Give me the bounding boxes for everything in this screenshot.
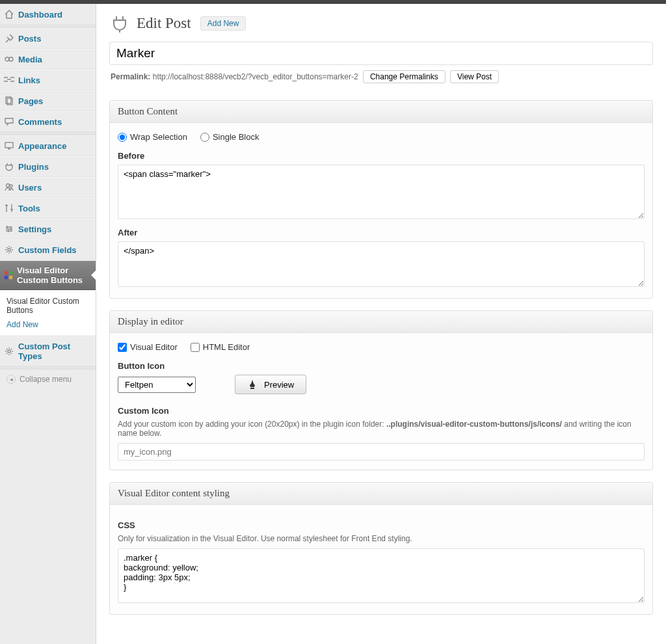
- checkbox-input[interactable]: [191, 343, 200, 352]
- svg-point-12: [8, 350, 10, 353]
- svg-rect-9: [9, 271, 12, 275]
- post-title-input[interactable]: [109, 42, 653, 65]
- svg-rect-8: [5, 271, 8, 275]
- house-icon: [4, 9, 14, 20]
- plugin-header-icon: [109, 13, 130, 34]
- metabox-title[interactable]: Display in editor: [110, 311, 652, 333]
- sidebar-item-label: Custom Fields: [18, 245, 77, 255]
- css-hint: Only for visualization in the Visual Edi…: [118, 534, 645, 543]
- editor-checkboxes: Visual Editor HTML Editor: [118, 342, 645, 352]
- metabox-display-editor: Display in editor Visual Editor HTML Edi…: [109, 310, 653, 470]
- before-textarea[interactable]: [118, 165, 645, 219]
- svg-rect-10: [5, 276, 8, 279]
- after-textarea[interactable]: [118, 241, 645, 287]
- checkbox-label: Visual Editor: [130, 342, 178, 352]
- metabox-title[interactable]: Button Content: [110, 101, 652, 123]
- sidebar-submenu: Visual Editor Custom Buttons Add New: [0, 290, 96, 336]
- collapse-label: Collapse menu: [20, 375, 72, 384]
- users-icon: [4, 182, 14, 193]
- permalink-row: Permalink: http://localhost:8888/vecb2/?…: [109, 65, 653, 88]
- before-label: Before: [118, 151, 645, 161]
- metabox-body: CSS Only for visualization in the Visual…: [110, 505, 652, 614]
- sidebar-item-label: Tools: [18, 204, 40, 213]
- svg-point-7: [8, 248, 10, 251]
- sidebar-item-appearance[interactable]: Appearance: [0, 135, 96, 156]
- radio-single-block[interactable]: Single Block: [200, 132, 260, 142]
- css-textarea[interactable]: [118, 548, 645, 603]
- add-new-button[interactable]: Add New: [200, 16, 246, 31]
- sidebar-item-tools[interactable]: Tools: [0, 198, 96, 219]
- radio-wrap-selection[interactable]: Wrap Selection: [118, 132, 187, 142]
- sidebar-item-links[interactable]: Links: [0, 70, 96, 90]
- custom-icon-input[interactable]: [118, 443, 645, 461]
- comment-icon: [4, 116, 14, 127]
- sidebar-item-label: Plugins: [18, 162, 49, 172]
- permalink-label: Permalink:: [111, 72, 150, 81]
- after-label: After: [118, 228, 645, 237]
- media-icon: [4, 54, 14, 64]
- main-wrap: Dashboard Posts Media Links Pages: [0, 4, 666, 644]
- radio-input[interactable]: [118, 133, 127, 142]
- checkbox-input[interactable]: [118, 343, 127, 352]
- sidebar-item-pages[interactable]: Pages: [0, 90, 96, 111]
- metabox-body: Wrap Selection Single Block Before After: [110, 123, 652, 298]
- sidebar-item-media[interactable]: Media: [0, 49, 96, 70]
- submenu-item-add-new[interactable]: Add New: [0, 317, 96, 332]
- radio-label: Wrap Selection: [130, 132, 187, 142]
- hint-text: Add your custom icon by adding your icon…: [118, 420, 386, 429]
- appearance-icon: [4, 141, 14, 151]
- button-icon-label: Button Icon: [118, 361, 645, 371]
- sidebar-item-label: Posts: [18, 34, 41, 44]
- sidebar-item-label: Appearance: [18, 141, 66, 151]
- sidebar-item-posts[interactable]: Posts: [0, 28, 96, 49]
- collapse-menu[interactable]: ◂ Collapse menu: [0, 369, 96, 389]
- link-icon: [4, 75, 14, 85]
- sidebar-item-visual-editor-custom-buttons[interactable]: Visual Editor Custom Buttons: [0, 260, 96, 290]
- permalink-url: http://localhost:8888/vecb2/?vecb_editor…: [153, 72, 358, 81]
- sidebar-item-dashboard[interactable]: Dashboard: [0, 4, 96, 25]
- gear-icon: [4, 245, 14, 255]
- sidebar-item-label: Comments: [18, 117, 62, 127]
- tools-icon: [4, 203, 14, 213]
- preview-button[interactable]: Preview: [235, 375, 306, 394]
- metabox-button-content: Button Content Wrap Selection Single Blo…: [109, 100, 653, 299]
- metabox-body: Visual Editor HTML Editor Button Icon Fe…: [110, 333, 652, 470]
- svg-point-5: [7, 184, 10, 187]
- change-permalinks-button[interactable]: Change Permalinks: [363, 70, 446, 83]
- sidebar-item-settings[interactable]: Settings: [0, 219, 96, 239]
- editor-icon: [4, 270, 13, 280]
- admin-sidebar: Dashboard Posts Media Links Pages: [0, 4, 96, 644]
- content-area: Edit Post Add New Permalink: http://loca…: [96, 4, 666, 644]
- checkbox-html-editor[interactable]: HTML Editor: [191, 342, 250, 352]
- radio-label: Single Block: [213, 132, 260, 142]
- submenu-item-vecb[interactable]: Visual Editor Custom Buttons: [0, 294, 96, 317]
- pages-icon: [4, 96, 14, 106]
- collapse-arrow-icon: ◂: [7, 375, 16, 384]
- page-header: Edit Post Add New: [109, 10, 653, 42]
- hint-path: ..plugins/visual-editor-custom-buttons/j…: [386, 420, 562, 429]
- button-icon-row: Feltpen Preview: [118, 375, 645, 394]
- checkbox-label: HTML Editor: [203, 342, 250, 352]
- sidebar-item-label: Media: [18, 55, 42, 64]
- checkbox-visual-editor[interactable]: Visual Editor: [118, 342, 178, 352]
- metabox-content-styling: Visual Editor content styling CSS Only f…: [109, 482, 653, 615]
- sidebar-item-label: Custom Post Types: [18, 342, 90, 361]
- svg-point-1: [9, 57, 13, 61]
- sidebar-item-label: Dashboard: [18, 10, 62, 20]
- custom-icon-hint: Add your custom icon by adding your icon…: [118, 420, 645, 438]
- sidebar-item-plugins[interactable]: Plugins: [0, 156, 96, 177]
- radio-input[interactable]: [200, 133, 209, 142]
- svg-point-6: [10, 185, 12, 187]
- sidebar-item-users[interactable]: Users: [0, 177, 96, 198]
- sidebar-item-label: Visual Editor Custom Buttons: [17, 265, 90, 285]
- sidebar-item-label: Pages: [18, 96, 43, 106]
- sidebar-item-comments[interactable]: Comments: [0, 111, 96, 132]
- button-icon-select[interactable]: Feltpen: [118, 377, 196, 393]
- view-post-button[interactable]: View Post: [450, 70, 499, 83]
- sidebar-item-custom-fields[interactable]: Custom Fields: [0, 239, 96, 260]
- sidebar-item-custom-post-types[interactable]: Custom Post Types: [0, 336, 96, 366]
- sidebar-item-label: Links: [18, 75, 40, 85]
- custom-icon-label: Custom Icon: [118, 406, 645, 416]
- css-label: CSS: [118, 520, 645, 530]
- metabox-title[interactable]: Visual Editor content styling: [110, 483, 652, 505]
